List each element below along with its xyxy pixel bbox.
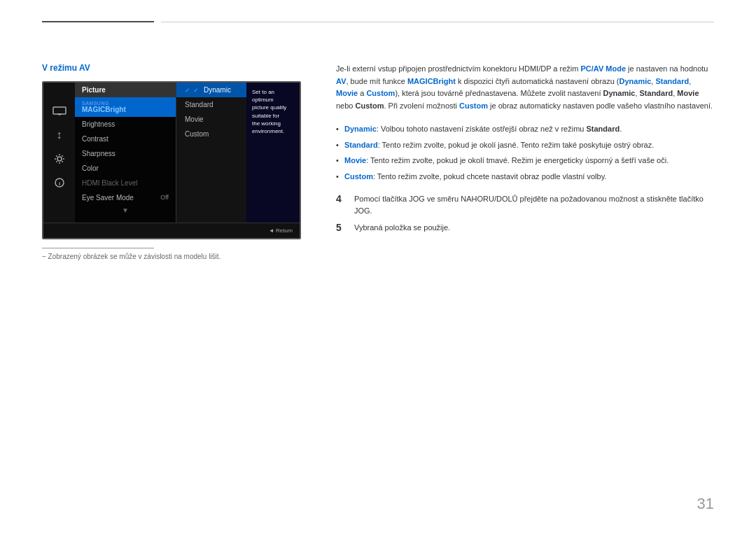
- menu-item-brightness[interactable]: Brightness: [75, 117, 176, 132]
- bullet-custom: Custom: Tento režim zvolte, pokud chcete…: [336, 171, 714, 183]
- page-container: V režimu AV ↕: [0, 0, 756, 534]
- dynamic-ref2: Dynamic: [603, 89, 636, 97]
- section-title: V režimu AV: [42, 63, 308, 73]
- bullet-movie: Movie: Tento režim zvolte, pokud je okol…: [336, 155, 714, 167]
- menu-item-magic-bright[interactable]: SAMSUNG MAGICBright: [75, 97, 176, 117]
- top-line-long: [161, 22, 714, 22]
- monitor-icon: [50, 104, 69, 119]
- monitor-submenu: ✓ Dynamic Standard Movie Custom: [176, 83, 246, 223]
- page-number: 31: [697, 495, 714, 513]
- magic-bright-top-label: SAMSUNG: [82, 101, 169, 106]
- monitor-sidebar: ↕ i: [43, 83, 75, 223]
- eye-saver-value: Off: [160, 194, 169, 202]
- svg-rect-0: [53, 107, 66, 114]
- info-icon: i: [50, 175, 69, 190]
- bullet-standard-label: Standard: [344, 141, 378, 149]
- monitor-mockup: ↕ i: [42, 81, 301, 239]
- step-5-row: 5 Vybraná položka se použije.: [336, 222, 714, 234]
- submenu-standard[interactable]: Standard: [176, 97, 246, 112]
- submenu-movie[interactable]: Movie: [176, 112, 246, 127]
- down-arrow: ▼: [75, 205, 176, 216]
- settings-icon: ↕: [50, 127, 69, 143]
- menu-header: Picture: [75, 83, 176, 97]
- bullet-dynamic: Dynamic: Volbou tohoto nastavení získáte…: [336, 123, 714, 135]
- bottom-note: − Zobrazený obrázek se může v závislosti…: [42, 253, 308, 260]
- menu-item-sharpness[interactable]: Sharpness: [75, 146, 176, 161]
- monitor-menu: Picture SAMSUNG MAGICBright Brightness C…: [75, 83, 176, 223]
- submenu-dynamic[interactable]: ✓ Dynamic: [176, 83, 246, 97]
- hint-text: Set to an optimumpicture qualitysuitable…: [252, 88, 294, 135]
- return-button[interactable]: ◄ Return: [269, 227, 293, 234]
- submenu-dynamic-label: Dynamic: [204, 86, 231, 94]
- menu-item-color[interactable]: Color: [75, 161, 176, 176]
- bullet-list: Dynamic: Volbou tohoto nastavení získáte…: [336, 123, 714, 182]
- step-4-row: 4 Pomocí tlačítka JOG ve směru NAHORU/DO…: [336, 193, 714, 216]
- bullet-standard-ref: Standard: [586, 125, 620, 133]
- step-4-number: 4: [336, 193, 347, 204]
- bullet-standard: Standard: Tento režim zvolte, pokud je o…: [336, 139, 714, 151]
- standard-ref1: Standard: [655, 77, 689, 85]
- av-text: AV: [336, 77, 346, 85]
- menu-item-contrast[interactable]: Contrast: [75, 132, 176, 146]
- pc-av-mode-text: PC/AV Mode: [580, 64, 626, 73]
- bullet-custom-label: Custom: [344, 172, 373, 181]
- bullet-movie-label: Movie: [344, 156, 366, 164]
- dynamic-ref1: Dynamic: [620, 77, 652, 85]
- menu-item-hdmi-black: HDMI Black Level: [75, 176, 176, 190]
- step-5-text: Vybraná položka se použije.: [354, 222, 450, 234]
- custom-ref1: Custom: [366, 89, 395, 97]
- step-5-number: 5: [336, 222, 347, 233]
- intro-paragraph: Je-li externí vstup připojen prostřednic…: [336, 63, 714, 112]
- top-line-short: [42, 21, 154, 22]
- section-title-prefix: V režimu: [42, 63, 79, 73]
- bullet-dynamic-label: Dynamic: [344, 125, 377, 133]
- custom-ref3: Custom: [459, 101, 488, 110]
- eye-saver-label: Eye Saver Mode: [82, 194, 134, 202]
- movie-ref1: Movie: [336, 89, 358, 97]
- movie-ref2: Movie: [677, 89, 699, 97]
- monitor-bottom: ◄ Return: [43, 223, 300, 238]
- custom-ref2: Custom: [356, 101, 384, 110]
- step-4-text: Pomocí tlačítka JOG ve směru NAHORU/DOLŮ…: [354, 193, 714, 216]
- monitor-inner: ↕ i: [43, 83, 300, 223]
- svg-text:i: i: [58, 181, 59, 187]
- right-column: Je-li externí vstup připojen prostřednic…: [336, 63, 714, 260]
- left-column: V režimu AV ↕: [42, 63, 308, 260]
- monitor-hint: Set to an optimumpicture qualitysuitable…: [246, 83, 300, 223]
- svg-point-3: [57, 157, 62, 161]
- section-title-highlight: AV: [79, 63, 90, 73]
- top-lines: [42, 21, 714, 22]
- menu-item-eye-saver[interactable]: Eye Saver Mode Off: [75, 190, 176, 205]
- standard-ref2: Standard: [640, 89, 673, 97]
- magic-bright-ref: MAGICBright: [407, 77, 456, 85]
- content-area: V režimu AV ↕: [42, 63, 714, 260]
- submenu-custom[interactable]: Custom: [176, 127, 246, 141]
- gear-icon: [50, 151, 69, 167]
- magic-bright-main-label: MAGICBright: [82, 106, 169, 113]
- bottom-note-line: [42, 248, 154, 248]
